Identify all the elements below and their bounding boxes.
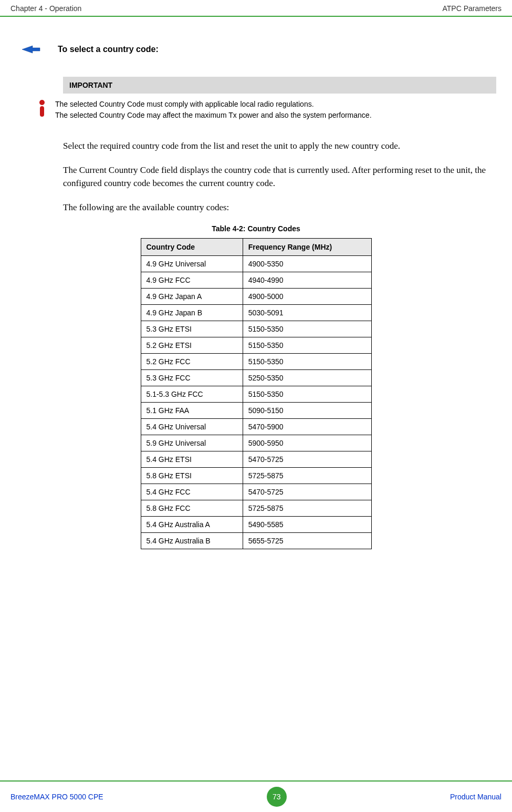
header-right: ATPC Parameters	[442, 4, 501, 13]
important-body: The selected Country Code must comply wi…	[29, 94, 496, 126]
table-cell: 5150-5350	[243, 354, 371, 370]
footer-manual: Product Manual	[450, 793, 501, 801]
table-cell: 4900-5000	[243, 289, 371, 305]
table-cell: 5.2 GHz ETSI	[141, 337, 243, 354]
table-row: 5.1-5.3 GHz FCC5150-5350	[141, 386, 371, 403]
table-cell: 5.1-5.3 GHz FCC	[141, 386, 243, 403]
table-row: 5.4 GHz Universal5470-5900	[141, 419, 371, 435]
table-cell: 5470-5725	[243, 451, 371, 468]
table-row: 5.2 GHz ETSI5150-5350	[141, 337, 371, 354]
svg-rect-2	[40, 106, 44, 117]
table-cell: 5.1 GHz FAA	[141, 403, 243, 419]
table-cell: 5090-5150	[243, 403, 371, 419]
table-cell: 5.4 GHz Australia A	[141, 517, 243, 533]
table-row: 5.4 GHz FCC5470-5725	[141, 484, 371, 500]
table-cell: 5.9 GHz Universal	[141, 435, 243, 451]
important-callout: IMPORTANT The selected Country Code must…	[63, 77, 496, 126]
table-header-row: Country Code Frequency Range (MHz)	[141, 239, 371, 256]
table-cell: 5150-5350	[243, 337, 371, 354]
table-row: 5.1 GHz FAA5090-5150	[141, 403, 371, 419]
table-cell: 4.9 GHz Japan A	[141, 289, 243, 305]
table-cell: 4940-4990	[243, 272, 371, 289]
table-cell: 5150-5350	[243, 386, 371, 403]
table-cell: 5250-5350	[243, 370, 371, 386]
header-left: Chapter 4 - Operation	[11, 4, 81, 13]
table-cell: 4.9 GHz FCC	[141, 272, 243, 289]
table-row: 4.9 GHz Japan B5030-5091	[141, 305, 371, 321]
table-cell: 5.3 GHz ETSI	[141, 321, 243, 337]
table-cell: 5.4 GHz Universal	[141, 419, 243, 435]
table-row: 5.8 GHz FCC5725-5875	[141, 500, 371, 517]
table-cell: 5.2 GHz FCC	[141, 354, 243, 370]
country-codes-table: Country Code Frequency Range (MHz) 4.9 G…	[141, 238, 372, 549]
paragraph-2: The Current Country Code field displays …	[63, 163, 486, 190]
info-icon	[29, 100, 55, 118]
table-cell: 5.4 GHz ETSI	[141, 451, 243, 468]
table-row: 4.9 GHz Universal4900-5350	[141, 256, 371, 272]
table-cell: 5.8 GHz ETSI	[141, 468, 243, 484]
table-cell: 4.9 GHz Japan B	[141, 305, 243, 321]
table-header-freq: Frequency Range (MHz)	[243, 239, 371, 256]
table-cell: 4.9 GHz Universal	[141, 256, 243, 272]
table-row: 5.9 GHz Universal5900-5950	[141, 435, 371, 451]
footer-product: BreezeMAX PRO 5000 CPE	[11, 793, 103, 801]
table-row: 5.4 GHz Australia B5655-5725	[141, 533, 371, 549]
table-row: 5.3 GHz ETSI5150-5350	[141, 321, 371, 337]
important-line2: The selected Country Code may affect the…	[55, 110, 372, 121]
table-cell: 5725-5875	[243, 500, 371, 517]
table-row: 5.2 GHz FCC5150-5350	[141, 354, 371, 370]
table-caption: Table 4-2: Country Codes	[16, 224, 496, 233]
table-row: 5.3 GHz FCC5250-5350	[141, 370, 371, 386]
table-header-code: Country Code	[141, 239, 243, 256]
table-cell: 5490-5585	[243, 517, 371, 533]
table-row: 5.8 GHz ETSI5725-5875	[141, 468, 371, 484]
section-heading: To select a country code:	[58, 45, 159, 54]
table-row: 5.4 GHz ETSI5470-5725	[141, 451, 371, 468]
table-row: 4.9 GHz Japan A4900-5000	[141, 289, 371, 305]
table-cell: 5.8 GHz FCC	[141, 500, 243, 517]
table-row: 5.4 GHz Australia A5490-5585	[141, 517, 371, 533]
page-footer: BreezeMAX PRO 5000 CPE 73 Product Manual	[0, 780, 512, 812]
table-row: 4.9 GHz FCC4940-4990	[141, 272, 371, 289]
table-cell: 5900-5950	[243, 435, 371, 451]
table-cell: 5725-5875	[243, 468, 371, 484]
table-cell: 5150-5350	[243, 321, 371, 337]
table-cell: 5470-5900	[243, 419, 371, 435]
arrow-icon	[21, 43, 42, 56]
svg-point-1	[39, 100, 45, 105]
table-cell: 5470-5725	[243, 484, 371, 500]
paragraph-1: Select the required country code from th…	[63, 139, 486, 153]
svg-marker-0	[22, 46, 40, 53]
table-cell: 5.4 GHz FCC	[141, 484, 243, 500]
table-cell: 5655-5725	[243, 533, 371, 549]
table-cell: 5.3 GHz FCC	[141, 370, 243, 386]
table-cell: 4900-5350	[243, 256, 371, 272]
paragraph-3: The following are the available country …	[63, 201, 486, 214]
important-line1: The selected Country Code must comply wi…	[55, 99, 372, 110]
page-number-badge: 73	[267, 787, 287, 807]
page-header: Chapter 4 - Operation ATPC Parameters	[0, 0, 512, 17]
table-cell: 5030-5091	[243, 305, 371, 321]
important-text: The selected Country Code must comply wi…	[55, 99, 372, 121]
page-content: To select a country code: IMPORTANT The …	[0, 17, 512, 549]
table-cell: 5.4 GHz Australia B	[141, 533, 243, 549]
important-label: IMPORTANT	[63, 77, 496, 94]
section-heading-row: To select a country code:	[21, 43, 496, 56]
